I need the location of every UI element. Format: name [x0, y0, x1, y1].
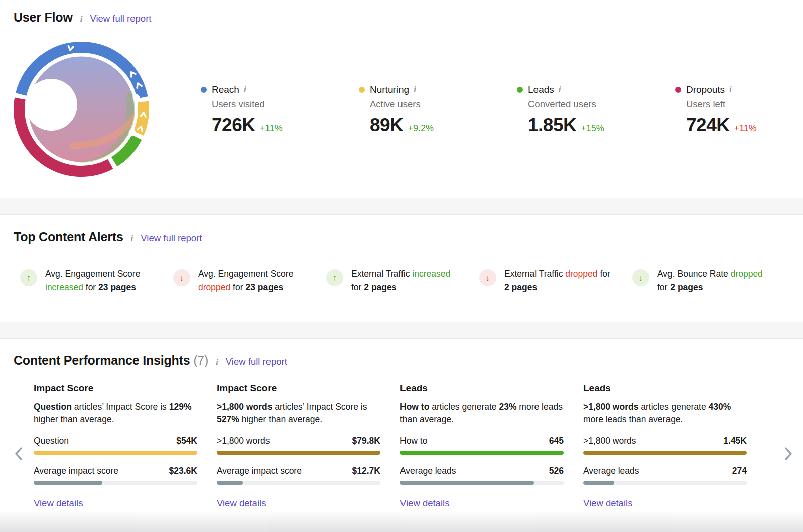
- alert-item[interactable]: ↓ External Traffic dropped for 2 pages: [479, 267, 632, 294]
- metric-name: Leads: [528, 84, 554, 95]
- top-content-alerts-section: Top Content Alerts i View full report ↑ …: [0, 215, 803, 322]
- card-description: >1,800 words articles generate 430% more…: [583, 401, 747, 426]
- info-icon[interactable]: i: [414, 85, 416, 95]
- alert-count: 23 pages: [98, 282, 136, 292]
- average-bar-fill: [583, 481, 614, 485]
- flow-node-dot: [133, 94, 140, 101]
- insights-view-full-report-link[interactable]: View full report: [226, 356, 287, 367]
- metric-change: +15%: [581, 123, 604, 134]
- bar-label: >1,800 words: [583, 436, 636, 446]
- metric-nurturing: Nurturing i Active users 89K +9.2%: [359, 84, 517, 136]
- info-icon[interactable]: i: [216, 357, 218, 367]
- user-flow-view-full-report-link[interactable]: View full report: [90, 13, 151, 24]
- alert-item[interactable]: ↓ Avg. Bounce Rate dropped for 2 pages: [632, 267, 785, 294]
- insights-title: Content Performance Insights (7): [14, 353, 208, 368]
- average-bar-fill: [400, 481, 534, 485]
- insight-card: Leads How to articles generate 23% more …: [400, 383, 564, 509]
- metric-value: 1.85K: [528, 115, 576, 136]
- alert-connector: for: [86, 282, 96, 292]
- alert-item[interactable]: ↓ Avg. Engagement Score dropped for 23 p…: [173, 267, 326, 294]
- metric-sublabel: Users visited: [212, 99, 359, 110]
- bar-value: 645: [549, 436, 564, 446]
- metric-name: Reach: [212, 84, 239, 95]
- alert-count: 2 pages: [670, 282, 703, 292]
- user-flow-title: User Flow: [14, 10, 73, 25]
- metric-value: 726K: [212, 115, 255, 136]
- bar-value: $79.8K: [352, 436, 380, 446]
- insight-card: Impact Score >1,800 words articles’ Impa…: [217, 383, 380, 509]
- metric-dropouts: Dropouts i Users left 724K +11%: [675, 84, 803, 136]
- alert-metric-label: Avg. Engagement Score: [198, 269, 293, 279]
- category-bar-fill: [583, 451, 747, 455]
- category-bar-fill: [34, 451, 197, 455]
- info-icon[interactable]: i: [559, 85, 561, 95]
- alert-connector: for: [351, 282, 361, 292]
- alert-count: 2 pages: [364, 282, 396, 292]
- card-title: Impact Score: [34, 383, 197, 394]
- nurturing-dot-icon: [359, 87, 365, 93]
- dropouts-dot-icon: [675, 87, 681, 93]
- metric-change: +11%: [259, 123, 282, 134]
- info-icon[interactable]: i: [131, 234, 133, 244]
- bar-label: Question: [34, 436, 69, 446]
- bar-label: How to: [400, 436, 427, 446]
- average-bar-fill: [217, 481, 243, 485]
- leads-dot-icon: [517, 87, 523, 93]
- view-details-link[interactable]: View details: [217, 498, 266, 509]
- alert-metric-label: Avg. Bounce Rate: [657, 269, 728, 279]
- average-bar: [583, 481, 747, 485]
- bar-label: Average leads: [400, 466, 456, 476]
- alert-verb: dropped: [731, 269, 763, 279]
- alert-text: Avg. Engagement Score dropped for 23 pag…: [198, 267, 310, 294]
- alert-text: External Traffic dropped for 2 pages: [504, 267, 616, 294]
- metric-reach: Reach i Users visited 726K +11%: [201, 84, 359, 136]
- info-icon[interactable]: i: [80, 14, 83, 24]
- alert-connector: for: [600, 269, 610, 279]
- carousel-prev-button[interactable]: [14, 446, 24, 461]
- metric-name: Dropouts: [686, 84, 725, 95]
- info-icon[interactable]: i: [729, 85, 732, 95]
- card-description: How to articles generate 23% more leads …: [400, 401, 564, 426]
- info-icon[interactable]: i: [244, 85, 246, 95]
- insight-card: Impact Score Question articles’ Impact S…: [34, 383, 197, 509]
- card-title: Leads: [400, 383, 564, 394]
- alerts-header: Top Content Alerts i View full report: [14, 230, 803, 244]
- alerts-title: Top Content Alerts: [14, 230, 123, 244]
- metric-leads: Leads i Converted users 1.85K +15%: [517, 84, 675, 136]
- view-details-link[interactable]: View details: [583, 498, 632, 509]
- view-details-link[interactable]: View details: [400, 498, 449, 509]
- metric-value: 89K: [370, 115, 403, 136]
- alerts-view-full-report-link[interactable]: View full report: [141, 233, 202, 244]
- alerts-row: ↑ Avg. Engagement Score increased for 23…: [20, 267, 803, 294]
- average-bar-fill: [34, 481, 102, 485]
- user-flow-header: User Flow i View full report: [14, 10, 803, 25]
- carousel-next-button[interactable]: [784, 446, 794, 461]
- category-bar: [400, 451, 564, 455]
- insight-cards: Impact Score Question articles’ Impact S…: [34, 383, 803, 509]
- category-bar: [34, 451, 197, 455]
- category-bar: [217, 451, 380, 455]
- bar-value: 274: [732, 466, 747, 476]
- insights-count: (7): [193, 353, 208, 367]
- average-bar: [217, 481, 380, 485]
- arrow-down-icon: ↓: [632, 269, 649, 286]
- alert-item[interactable]: ↑ Avg. Engagement Score increased for 23…: [20, 267, 173, 294]
- bar-label: Average leads: [583, 466, 639, 476]
- arrow-up-icon: ↑: [20, 269, 37, 286]
- alert-text: External Traffic increased for 2 pages: [351, 267, 463, 294]
- metric-change: +9.2%: [408, 123, 434, 134]
- arrow-down-icon: ↓: [173, 269, 190, 286]
- metric-sublabel: Users left: [686, 99, 803, 110]
- alert-item[interactable]: ↑ External Traffic increased for 2 pages: [326, 267, 479, 294]
- card-description: >1,800 words articles’ Impact Score is 5…: [217, 401, 380, 426]
- arrow-up-icon: ↑: [326, 269, 343, 286]
- bar-label: >1,800 words: [217, 436, 270, 446]
- reach-dot-icon: [201, 87, 207, 93]
- view-details-link[interactable]: View details: [34, 498, 83, 509]
- bar-label: Average impact score: [34, 466, 118, 476]
- section-divider: [0, 322, 803, 339]
- alert-text: Avg. Bounce Rate dropped for 2 pages: [657, 267, 769, 294]
- alert-metric-label: External Traffic: [504, 269, 563, 279]
- card-title: Leads: [583, 383, 747, 394]
- alert-metric-label: Avg. Engagement Score: [45, 269, 140, 279]
